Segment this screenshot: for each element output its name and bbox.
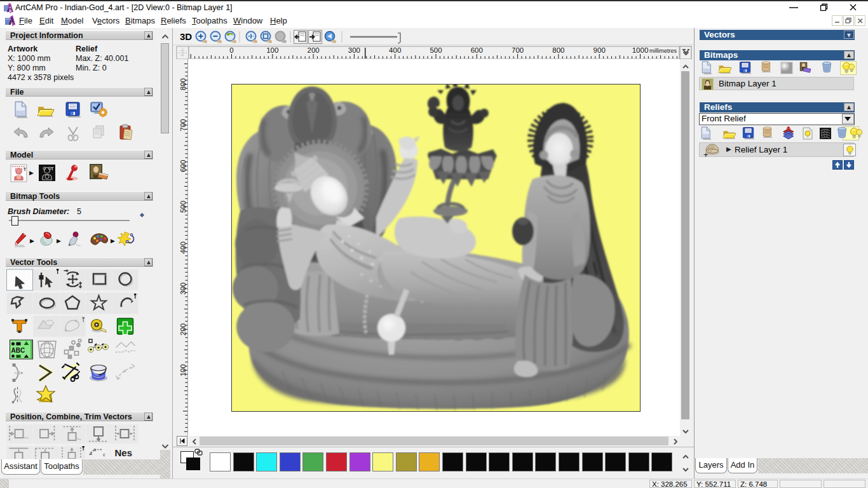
svg-text:600: 600	[179, 160, 187, 172]
svg-text:*: *	[100, 447, 102, 453]
svg-text:a: a	[90, 451, 92, 456]
svg-text:800: 800	[179, 78, 187, 90]
svg-text:c: c	[103, 452, 105, 457]
svg-text:400: 400	[389, 46, 401, 54]
svg-text:ABC: ABC	[11, 347, 25, 354]
svg-text:millimetres: millimetres	[649, 48, 677, 54]
svg-text:600: 600	[471, 46, 483, 54]
svg-text:500: 500	[430, 46, 442, 54]
svg-text:200: 200	[308, 46, 320, 54]
svg-text:300: 300	[348, 46, 360, 54]
svg-text:1000: 1000	[632, 46, 649, 54]
svg-text:100: 100	[179, 364, 187, 376]
svg-text:+: +	[703, 150, 709, 158]
svg-text:Nes: Nes	[115, 447, 133, 458]
svg-text:700: 700	[512, 46, 524, 54]
svg-text:700: 700	[179, 119, 187, 131]
svg-text:300: 300	[179, 283, 187, 295]
svg-text:500: 500	[179, 201, 187, 213]
svg-text:200: 200	[179, 323, 187, 336]
svg-text:100: 100	[266, 46, 278, 54]
svg-text:400: 400	[179, 241, 187, 254]
svg-text:a: a	[93, 447, 96, 452]
svg-text:900: 900	[593, 46, 606, 54]
svg-text:0: 0	[229, 46, 233, 54]
svg-text:800: 800	[552, 46, 564, 54]
